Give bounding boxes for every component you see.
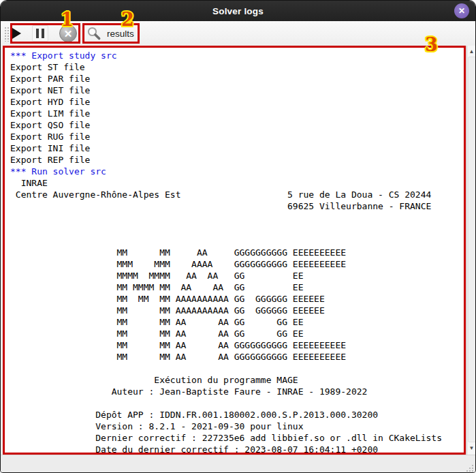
log-line: Dépôt APP : IDDN.FR.001.180002.000.S.P.2… xyxy=(10,409,464,421)
log-line: MM MM AA AA GG GG EE xyxy=(10,328,464,339)
vertical-scrollbar[interactable]: ▲ ▼ xyxy=(466,46,476,455)
log-line xyxy=(10,363,464,374)
log-line: Export LIM file xyxy=(10,108,464,119)
log-line: MM MM AA GGGGGGGGGG EEEEEEEEEE xyxy=(10,247,464,258)
log-line: Export PAR file xyxy=(10,73,464,85)
log-line: Export INI file xyxy=(10,142,464,154)
play-icon xyxy=(12,28,21,39)
log-line: MM MM AAAAAAAAAA GG GGGGGG EEEEEE xyxy=(10,305,464,316)
pause-icon xyxy=(42,29,44,38)
annotation-number-3: 3 xyxy=(425,35,438,54)
log-line: MM MM MM AAAAAAAAAA GG GGGGGG EEEEEE xyxy=(10,293,464,305)
pause-icon xyxy=(36,29,39,38)
resize-grip-icon[interactable] xyxy=(465,463,473,472)
log-line: MM MM AA AA GGGGGGGGGG EEEEEEEEEE xyxy=(10,339,464,351)
log-line: Centre Auvergne-Rhône-Alpes Est 5 rue de… xyxy=(10,189,464,200)
log-line: Export QSO file xyxy=(10,119,464,131)
search-icon xyxy=(86,26,101,41)
log-line: *** Export study src xyxy=(10,50,464,61)
log-line: Dernier correctif : 227235e6 add libbief… xyxy=(10,432,464,444)
log-line: Version : 8.2.1 - 2021-09-30 pour linux xyxy=(10,421,464,432)
annotation-number-1: 1 xyxy=(61,10,74,29)
log-line: Export HYD file xyxy=(10,96,464,108)
solver-logs-window: Solver logs ✕ ✕ results xyxy=(0,0,476,473)
log-line: MMMM MMMM AA AA GG EE xyxy=(10,270,464,281)
log-line: Export NET file xyxy=(10,85,464,96)
log-line xyxy=(10,397,464,409)
log-line: MM MM AA AA GGGGGGGGGG EEEEEEEEEE xyxy=(10,351,464,363)
scroll-down-icon[interactable]: ▼ xyxy=(467,444,476,453)
log-line xyxy=(10,212,464,224)
run-solver-button[interactable] xyxy=(12,28,21,39)
close-icon: ✕ xyxy=(458,7,465,15)
scroll-up-icon[interactable]: ▲ xyxy=(467,47,476,57)
close-button[interactable]: ✕ xyxy=(454,3,469,18)
log-line: Export REP file xyxy=(10,154,464,166)
log-line: MM MM AA AA GG GG EE xyxy=(10,316,464,328)
log-text: *** Export study srcExport ST fileExport… xyxy=(5,48,464,453)
log-line xyxy=(10,224,464,235)
statusbar xyxy=(1,455,475,473)
log-line: Auteur : Jean-Baptiste Faure - INRAE - 1… xyxy=(10,386,464,397)
log-line: MMM MMM AAAA GGGGGGGGGG EEEEEEEEEE xyxy=(10,258,464,270)
log-line: Export RUG file xyxy=(10,131,464,142)
solver-log-output[interactable]: *** Export study srcExport ST fileExport… xyxy=(5,48,464,453)
log-line xyxy=(10,235,464,247)
scrollbar-thumb[interactable] xyxy=(468,57,476,442)
window-title: Solver logs xyxy=(212,6,264,16)
pause-solver-button[interactable] xyxy=(32,25,48,42)
log-line: MM MMMM MM AA AA GG EE xyxy=(10,281,464,293)
toolbar-drag-handle-icon[interactable] xyxy=(4,27,10,42)
log-line: Exécution du programme MAGE xyxy=(10,374,464,386)
log-line: 69625 Villeurbanne - FRANCE xyxy=(10,200,464,212)
log-line: Export ST file xyxy=(10,61,464,73)
annotation-number-2: 2 xyxy=(121,10,134,29)
log-line: INRAE xyxy=(10,177,464,189)
log-line: *** Run solver src xyxy=(10,166,464,177)
log-line: Date du dernier correctif : 2023-08-07 1… xyxy=(10,444,464,453)
